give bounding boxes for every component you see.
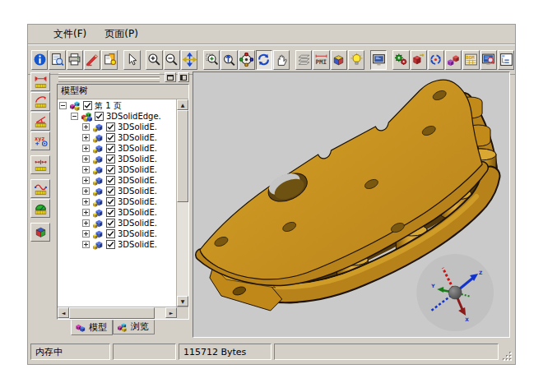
expand-icon[interactable] [82, 134, 90, 141]
tree-view-button[interactable] [498, 50, 514, 70]
panel-hide-button[interactable] [178, 72, 189, 82]
tree-node-label[interactable]: 3DSolidE. [118, 133, 157, 142]
tree-node-label[interactable]: 3DSolidE. [118, 219, 157, 228]
measure-coordinate-button[interactable]: xyz [30, 131, 50, 150]
viewport-3d[interactable]: Z X Y [193, 71, 510, 338]
measure-curve-button[interactable] [30, 179, 50, 198]
tree-vertical-scrollbar[interactable]: ▲ ▼ [176, 99, 188, 307]
visibility-checkbox[interactable] [95, 112, 104, 121]
tree-node-label[interactable]: 第 1 页 [95, 100, 122, 112]
redline-markup-button[interactable] [84, 50, 100, 70]
resize-grip[interactable] [501, 349, 513, 361]
tree-row-part-6[interactable]: 3DSolidE. [58, 175, 176, 186]
tab-browse[interactable]: 浏览 [113, 320, 155, 334]
visibility-checkbox[interactable] [106, 165, 115, 174]
visibility-checkbox[interactable] [106, 144, 115, 153]
tree-row-part-5[interactable]: 3DSolidE. [58, 164, 176, 175]
zoom-out-button[interactable] [164, 50, 180, 70]
tree-node-label[interactable]: 3DSolidE. [118, 197, 157, 206]
visibility-checkbox[interactable] [106, 240, 115, 249]
pan-move-button[interactable] [181, 50, 197, 70]
tree-node-label[interactable]: 3DSolidE. [118, 122, 157, 131]
tree-horizontal-scrollbar[interactable]: ◄ ► [58, 307, 177, 319]
visibility-checkbox[interactable] [106, 133, 115, 142]
tree-row-page[interactable]: 第 1 页 [58, 100, 176, 111]
vertical-scroll-thumb[interactable] [177, 110, 188, 202]
tree-node-label[interactable]: 3DSolidE. [118, 165, 157, 174]
collapse-icon[interactable] [59, 102, 67, 109]
visibility-checkbox[interactable] [106, 229, 115, 238]
expand-icon[interactable] [82, 187, 90, 195]
expand-icon[interactable] [82, 155, 90, 163]
tree-row-part-9[interactable]: 3DSolidE. [58, 207, 176, 218]
tree-row-part-7[interactable]: 3DSolidE. [58, 186, 176, 196]
orbit-target-button[interactable] [239, 50, 255, 70]
tab-model[interactable]: 模型 [71, 320, 113, 335]
visibility-checkbox[interactable] [106, 219, 115, 228]
measure-distance-button[interactable] [30, 72, 50, 91]
measure-gauge-button[interactable] [30, 199, 50, 218]
menu-item-page[interactable]: 页面(P) [100, 25, 142, 43]
tree-node-label[interactable]: 3DSolidE. [118, 240, 157, 249]
layers-button[interactable] [295, 50, 312, 70]
expand-icon[interactable] [82, 145, 90, 152]
panel-grip[interactable] [58, 72, 189, 82]
tree-node-label[interactable]: 3DSolidE. [118, 176, 157, 185]
visibility-checkbox[interactable] [106, 187, 115, 196]
tree-row-part-2[interactable]: 3DSolidE. [58, 132, 176, 143]
collapse-icon[interactable] [71, 113, 78, 120]
spin-rotate-button[interactable] [256, 50, 272, 70]
visibility-checkbox[interactable] [83, 101, 92, 110]
select-button[interactable] [123, 50, 140, 70]
expand-icon[interactable] [82, 123, 90, 131]
horizontal-scroll-thumb[interactable] [69, 307, 155, 319]
expand-icon[interactable] [82, 241, 90, 248]
solid-model-button[interactable] [30, 223, 50, 242]
tree-node-label[interactable]: 3DSolidE. [118, 229, 157, 238]
scroll-right-button[interactable]: ► [165, 307, 177, 318]
tree-row-part-3[interactable]: 3DSolidE. [58, 143, 176, 154]
scroll-up-button[interactable]: ▲ [177, 99, 188, 110]
tree-node-label[interactable]: 3DSolidE. [118, 144, 157, 153]
scroll-left-button[interactable]: ◄ [58, 307, 69, 318]
save-markup-button[interactable] [101, 50, 118, 70]
measure-span-button[interactable] [30, 155, 50, 174]
view-cube-button[interactable] [331, 50, 347, 70]
tree-row-part-1[interactable]: 3DSolidE. [58, 122, 176, 132]
zoom-in-button[interactable] [146, 50, 162, 70]
tree-row-part-12[interactable]: 3DSolidE. [58, 239, 176, 250]
report-view-button[interactable] [480, 50, 497, 70]
part-rotate-button[interactable] [428, 50, 444, 70]
expand-icon[interactable] [82, 166, 90, 173]
tree-row-assembly[interactable]: 3DSolidEdge. [58, 111, 176, 122]
expand-icon[interactable] [82, 198, 90, 205]
part-transform-button[interactable] [392, 50, 409, 70]
zoom-dynamic-button[interactable] [220, 50, 237, 70]
about-button[interactable] [31, 50, 48, 70]
zoom-window-button[interactable] [203, 50, 220, 70]
expand-icon[interactable] [82, 177, 90, 184]
tree-node-label[interactable]: 3DSolidE. [118, 187, 157, 196]
part-move-button[interactable] [411, 50, 427, 70]
tree-row-part-10[interactable]: 3DSolidE. [58, 218, 176, 228]
screen-view-button[interactable] [370, 50, 387, 70]
expand-icon[interactable] [82, 230, 90, 238]
expand-icon[interactable] [82, 219, 90, 227]
visibility-checkbox[interactable] [106, 176, 115, 185]
hand-pan-button[interactable] [273, 50, 290, 70]
bom-table-button[interactable]: BOM [462, 50, 479, 70]
tree-row-part-8[interactable]: 3DSolidE. [58, 196, 176, 207]
measure-radius-button[interactable] [30, 92, 50, 111]
lighting-button[interactable] [348, 50, 364, 70]
visibility-checkbox[interactable] [106, 197, 115, 206]
measure-angle-button[interactable] [30, 112, 50, 131]
visibility-checkbox[interactable] [106, 122, 115, 131]
scroll-down-button[interactable]: ▼ [177, 296, 188, 307]
tree-row-part-4[interactable]: 3DSolidE. [58, 154, 176, 164]
tree-row-part-11[interactable]: 3DSolidE. [58, 228, 176, 239]
tree-node-label[interactable]: 3DSolidEdge. [106, 112, 161, 121]
pmi-button[interactable]: PMI [313, 50, 329, 70]
panel-maximize-button[interactable] [165, 72, 176, 82]
visibility-checkbox[interactable] [106, 154, 115, 164]
expand-icon[interactable] [82, 209, 90, 216]
